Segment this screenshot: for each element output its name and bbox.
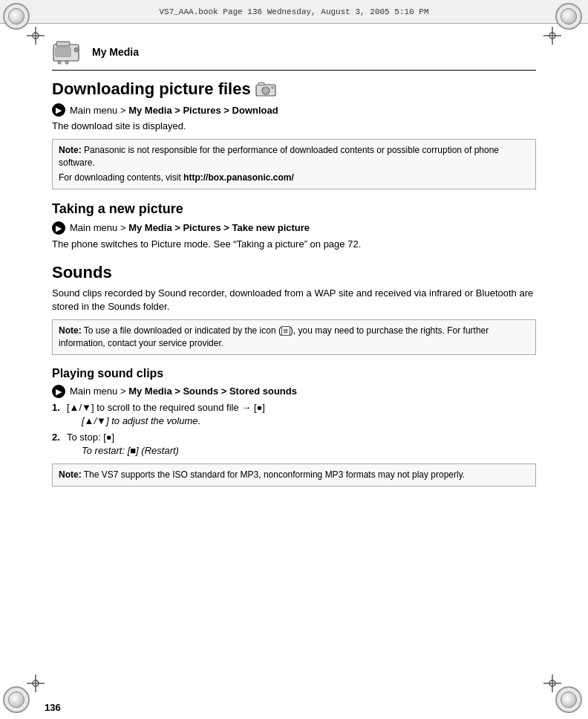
crosshair-bl bbox=[27, 674, 45, 692]
section-playing: Playing sound clips ▶ Main menu > My Med… bbox=[52, 367, 536, 487]
camera-icon bbox=[255, 81, 276, 97]
section-taking: Taking a new picture ▶ Main menu > My Me… bbox=[52, 201, 536, 251]
sounds-body: Sound clips recorded by Sound recorder, … bbox=[52, 287, 536, 313]
section-sounds: Sounds Sound clips recorded by Sound rec… bbox=[52, 263, 536, 355]
step-1: 1. [▲/▼] to scroll to the required sound… bbox=[52, 401, 536, 428]
corner-circle-tl bbox=[3, 3, 30, 30]
playing-nav: ▶ Main menu > My Media > Sounds > Stored… bbox=[52, 385, 536, 398]
sounds-heading: Sounds bbox=[52, 263, 536, 282]
taking-heading: Taking a new picture bbox=[52, 201, 536, 217]
taking-nav-text: Main menu > My Media > Pictures > Take n… bbox=[70, 222, 310, 233]
step-2: 2. To stop: [●] To restart: [■] (Restart… bbox=[52, 431, 536, 458]
header-section: My Media bbox=[52, 39, 536, 71]
svg-point-18 bbox=[74, 48, 79, 52]
download-note-line1: Note: Panasonic is not responsible for t… bbox=[59, 144, 529, 169]
svg-rect-17 bbox=[56, 42, 70, 46]
taking-nav: ▶ Main menu > My Media > Pictures > Take… bbox=[52, 221, 536, 235]
step1-text: [▲/▼] to scroll to the required sound fi… bbox=[67, 402, 265, 413]
svg-point-23 bbox=[264, 88, 268, 93]
section-download: Downloading picture files ▶ Main menu > … bbox=[52, 79, 536, 189]
nav-arrow-taking: ▶ bbox=[52, 221, 65, 235]
playing-nav-text: Main menu > My Media > Sounds > Stored s… bbox=[70, 385, 297, 397]
step2-text: To stop: [●] bbox=[67, 432, 114, 443]
crosshair-br bbox=[543, 674, 561, 692]
download-body: The download site is displayed. bbox=[52, 120, 536, 133]
sounds-note-icon: ≡ bbox=[281, 326, 290, 336]
content-area: My Media Downloading picture files ▶ Mai… bbox=[45, 24, 543, 695]
svg-rect-24 bbox=[258, 82, 264, 85]
step1-sub: [▲/▼] to adjust the volume. bbox=[82, 414, 536, 428]
download-nav: ▶ Main menu > My Media > Pictures > Down… bbox=[52, 103, 536, 117]
sounds-note-box: Note: To use a file downloaded or indica… bbox=[52, 319, 536, 355]
download-note-line2: For downloading contents, visit http://b… bbox=[59, 172, 529, 184]
taking-body: The phone switches to Picture mode. See … bbox=[52, 238, 536, 251]
svg-point-25 bbox=[271, 87, 273, 89]
crosshair-tr bbox=[543, 27, 561, 45]
playing-note-box: Note: The VS7 supports the ISO standard … bbox=[52, 463, 536, 487]
download-heading: Downloading picture files bbox=[52, 79, 536, 99]
svg-rect-20 bbox=[65, 61, 68, 64]
page-number: 136 bbox=[45, 702, 61, 713]
topbar-text: VS7_AAA.book Page 136 Wednesday, August … bbox=[159, 7, 428, 16]
steps-list: 1. [▲/▼] to scroll to the required sound… bbox=[52, 401, 536, 458]
nav-arrow-download: ▶ bbox=[52, 103, 65, 117]
page-container: VS7_AAA.book Page 136 Wednesday, August … bbox=[0, 0, 588, 719]
sounds-note-content: Note: To use a file downloaded or indica… bbox=[59, 325, 489, 348]
crosshair-tl bbox=[27, 27, 45, 45]
step2-sub: To restart: [■] (Restart) bbox=[82, 444, 536, 458]
download-nav-text: Main menu > My Media > Pictures > Downlo… bbox=[70, 105, 278, 116]
my-media-icon bbox=[52, 39, 85, 65]
playing-heading: Playing sound clips bbox=[52, 367, 536, 380]
corner-circle-bl bbox=[3, 686, 30, 713]
download-note-box: Note: Panasonic is not responsible for t… bbox=[52, 139, 536, 189]
nav-arrow-playing: ▶ bbox=[52, 385, 65, 398]
header-title: My Media bbox=[92, 46, 139, 58]
svg-rect-19 bbox=[58, 61, 61, 64]
top-bar: VS7_AAA.book Page 136 Wednesday, August … bbox=[0, 0, 588, 24]
corner-circle-tr bbox=[555, 3, 582, 30]
